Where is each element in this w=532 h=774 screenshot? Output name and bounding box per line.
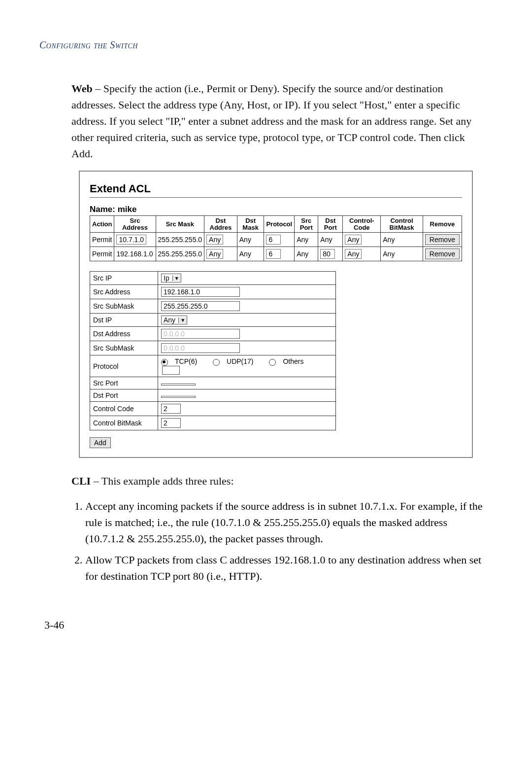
intro-text: – Specify the action (i.e., Permit or De… <box>71 82 471 160</box>
dst-ip-label: Dst IP <box>90 314 158 327</box>
cli-text: – This example adds three rules: <box>91 475 233 487</box>
dst-addr-field[interactable]: Any <box>206 249 223 259</box>
src-ip-label: Src IP <box>90 272 158 285</box>
cell-action: Permit <box>90 247 114 261</box>
th-control-bitmask: Control BitMask <box>381 216 423 233</box>
th-dst-addres: Dst Addres <box>204 216 237 233</box>
divider <box>90 197 462 198</box>
acl-form: Src IP Ip▼ Src Address 192.168.1.0 Src S… <box>90 271 336 430</box>
th-src-mask: Src Mask <box>156 216 204 233</box>
cell-dst-mask: Any <box>237 233 264 247</box>
extend-acl-panel: Extend ACL Name: mike Action Src Address… <box>79 171 473 458</box>
cell-remove: Remove <box>423 247 462 261</box>
add-button[interactable]: Add <box>90 437 111 448</box>
dst-ip-select[interactable]: Any▼ <box>161 316 187 324</box>
name-label: Name: <box>90 205 115 214</box>
ccode-field[interactable]: Any <box>345 249 362 259</box>
cell-action: Permit <box>90 233 114 247</box>
th-src-port: Src Port <box>295 216 318 233</box>
cell-src-port: Any <box>295 233 318 247</box>
th-protocol: Protocol <box>264 216 295 233</box>
src-ip-select[interactable]: Ip▼ <box>161 274 181 282</box>
panel-title: Extend ACL <box>90 182 462 195</box>
table-header-row: Action Src Address Src Mask Dst Addres D… <box>90 216 462 233</box>
table-row: Permit 192.168.1.0 255.255.255.0 Any Any… <box>90 247 462 261</box>
cell-src-addr: 192.168.1.0 <box>114 247 156 261</box>
intro-prefix: Web <box>71 82 93 95</box>
protocol-udp-radio[interactable] <box>213 359 220 366</box>
cell-ccode: Any <box>343 247 381 261</box>
name-value: mike <box>118 205 137 214</box>
list-item: Accept any incoming packets if the sourc… <box>85 498 488 547</box>
protocol-tcp-radio[interactable] <box>161 359 168 366</box>
control-bitmask-input[interactable]: 2 <box>161 418 181 428</box>
th-control-code: Control-Code <box>343 216 381 233</box>
remove-button[interactable]: Remove <box>425 234 460 245</box>
cli-intro: CLI – This example adds three rules: <box>71 473 488 489</box>
src-port-input[interactable] <box>161 384 196 386</box>
cell-cbitmask: Any <box>381 233 423 247</box>
src-addr-field[interactable]: 10.7.1.0 <box>116 235 146 245</box>
protocol-radio-group: TCP(6) UDP(17) Others <box>158 355 336 377</box>
table-row: Permit 10.7.1.0 255.255.255.0 Any Any 6 … <box>90 233 462 247</box>
cell-dst-addr: Any <box>204 247 237 261</box>
src-port-label: Src Port <box>90 377 158 389</box>
th-dst-mask: Dst Mask <box>237 216 264 233</box>
th-src-address: Src Address <box>114 216 156 233</box>
cell-dst-mask: Any <box>237 247 264 261</box>
cli-prefix: CLI <box>71 475 91 487</box>
cell-src-mask: 255.255.255.0 <box>156 247 204 261</box>
intro-paragraph: Web – Specify the action (i.e., Permit o… <box>71 80 488 162</box>
cell-ccode: Any <box>343 233 381 247</box>
protocol-field[interactable]: 6 <box>266 235 281 245</box>
protocol-udp-label: UDP(17) <box>227 357 253 365</box>
dst-port-label: Dst Port <box>90 389 158 401</box>
dst-submask-input[interactable]: 0.0.0.0 <box>161 343 240 353</box>
dst-address-label: Dst Address <box>90 327 158 341</box>
protocol-others-label: Others <box>283 357 303 365</box>
src-address-label: Src Address <box>90 285 158 299</box>
cell-src-addr: 10.7.1.0 <box>114 233 156 247</box>
list-item: Allow TCP packets from class C addresses… <box>85 552 488 584</box>
running-head: Configuring the Switch <box>39 39 488 51</box>
th-action: Action <box>90 216 114 233</box>
cell-dst-port: 80 <box>318 247 343 261</box>
ccode-field[interactable]: Any <box>345 235 362 245</box>
src-submask-label: Src SubMask <box>90 299 158 314</box>
protocol-label: Protocol <box>90 355 158 377</box>
th-dst-port: Dst Port <box>318 216 343 233</box>
acl-rules-table: Action Src Address Src Mask Dst Addres D… <box>90 215 462 261</box>
dst-addr-field[interactable]: Any <box>206 235 223 245</box>
src-submask-input[interactable]: 255.255.255.0 <box>161 301 240 311</box>
cell-dst-addr: Any <box>204 233 237 247</box>
page-number: 3-46 <box>44 619 488 632</box>
cell-protocol: 6 <box>264 247 295 261</box>
dst-port-input[interactable] <box>161 396 196 398</box>
dst-submask-label: Src SubMask <box>90 341 158 355</box>
dst-port-field[interactable]: 80 <box>320 249 335 259</box>
dst-address-input[interactable]: 0.0.0.0 <box>161 329 240 339</box>
protocol-others-input[interactable] <box>162 366 180 375</box>
chevron-down-icon: ▼ <box>172 276 181 281</box>
remove-button[interactable]: Remove <box>425 248 460 259</box>
cell-protocol: 6 <box>264 233 295 247</box>
protocol-others-radio[interactable] <box>269 359 276 366</box>
protocol-tcp-label: TCP(6) <box>175 357 197 365</box>
cli-rules-list: Accept any incoming packets if the sourc… <box>71 498 488 584</box>
chevron-down-icon: ▼ <box>178 317 187 323</box>
cell-src-port: Any <box>295 247 318 261</box>
control-code-input[interactable]: 2 <box>161 404 181 414</box>
th-remove: Remove <box>423 216 462 233</box>
acl-name-line: Name: mike <box>90 205 462 214</box>
src-ip-cell: Ip▼ <box>158 272 336 285</box>
src-address-input[interactable]: 192.168.1.0 <box>161 287 240 297</box>
protocol-field[interactable]: 6 <box>266 249 281 259</box>
cell-cbitmask: Any <box>381 247 423 261</box>
control-code-label: Control Code <box>90 401 158 416</box>
cell-src-mask: 255.255.255.0 <box>156 233 204 247</box>
control-bitmask-label: Control BitMask <box>90 416 158 430</box>
cell-dst-port: Any <box>318 233 343 247</box>
cell-remove: Remove <box>423 233 462 247</box>
